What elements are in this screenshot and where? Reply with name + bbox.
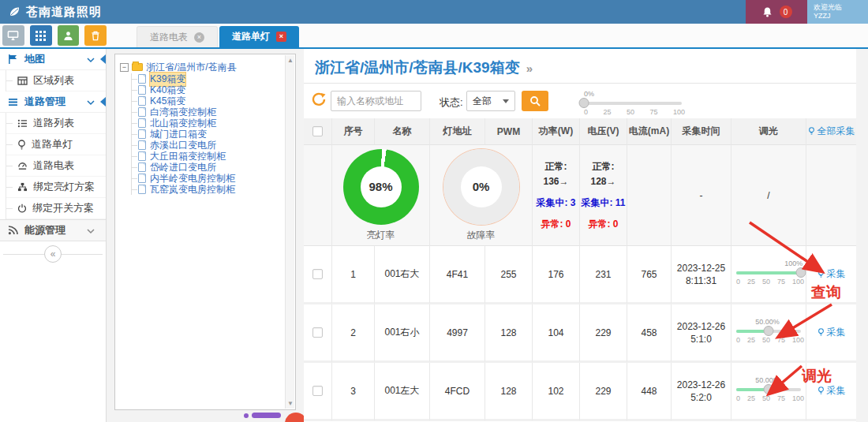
sidebar-collapse-row: « (0, 241, 106, 268)
master-dim-slider[interactable]: 0% 0255075100 (584, 90, 682, 117)
sidebar-item-road-list[interactable]: 道路列表 (6, 113, 106, 134)
slider-handle[interactable] (579, 98, 589, 108)
lightbulb-icon (817, 387, 825, 395)
cell-action: 采集 (806, 304, 856, 363)
apps-button[interactable] (30, 25, 52, 46)
cell-seq: 1 (332, 246, 375, 304)
user-button[interactable] (58, 25, 80, 46)
sidebar-item-label: 道路单灯 (32, 137, 73, 151)
collapse-button[interactable]: « (44, 245, 62, 263)
fault-rate-value: 0% (473, 180, 490, 193)
breadcrumb-arrow[interactable]: » (526, 62, 533, 75)
rss-icon (8, 226, 18, 235)
slider-handle[interactable] (764, 384, 774, 394)
chevron-down-icon (87, 54, 95, 65)
power-stats: 正常: 136→ 采集中: 3 异常: 0 (533, 145, 580, 246)
collect-all-button[interactable]: 全部采集 (808, 125, 855, 138)
slider-handle[interactable] (796, 267, 806, 278)
row-checkbox[interactable] (312, 269, 323, 279)
cell-address: 4F41 (430, 246, 485, 304)
tree-node[interactable]: 瓦窑岚变电房控制柜 (132, 184, 284, 195)
slider-ticks: 0255075100 (584, 108, 685, 116)
time-summary: - (672, 145, 731, 246)
grid-icon (36, 31, 46, 41)
col-voltage: 电压(V) (580, 118, 627, 145)
brand: 苍南道路照明 (0, 5, 102, 20)
tree-scrollbar[interactable]: ▲ ▼ (285, 55, 294, 409)
row-checkbox[interactable] (312, 327, 323, 338)
notification-area[interactable]: 0 (746, 0, 807, 24)
caret-down-icon (503, 99, 509, 103)
slider-value-label: 100% (784, 260, 803, 267)
search-input[interactable] (331, 91, 421, 111)
cell-seq: 3 (332, 363, 375, 421)
sidebar-item-energy-mgmt[interactable]: 能源管理 (0, 219, 106, 241)
file-icon (138, 140, 146, 150)
dim-slider[interactable]: 50.00% 0255075100 (736, 376, 801, 406)
slider-track[interactable] (584, 102, 682, 105)
slider-track[interactable] (736, 330, 801, 333)
slider-track[interactable] (736, 388, 801, 391)
slider-ticks: 0255075100 (736, 394, 804, 402)
refresh-icon[interactable] (312, 92, 326, 106)
cell-dim: 100% 0255075100 (731, 246, 806, 304)
sidebar-item-road-meter[interactable]: 道路电表 (6, 155, 106, 177)
road-subgroup: 道路列表 道路单灯 道路电表 绑定亮灯方案 绑定开关方案 (6, 113, 106, 219)
flag-icon (8, 54, 18, 65)
tab-road-meter[interactable]: 道路电表 × (137, 26, 218, 47)
cell-address: 4997 (430, 304, 485, 363)
sidebar-item-bind-switch-plan[interactable]: 绑定开关方案 (6, 198, 106, 219)
col-current: 电流(mA) (627, 118, 672, 145)
bars-icon (8, 98, 18, 106)
search-button[interactable] (522, 91, 548, 111)
table-header-row: 序号 名称 灯地址 PWM 功率(W) 电压(V) 电流(mA) 采集时间 调光… (304, 118, 856, 145)
sidebar-item-road-lamp[interactable]: 道路单灯 (6, 134, 106, 155)
cell-collect-time: 2023-12-26 5:2:0 (672, 363, 731, 421)
trash-button[interactable] (84, 25, 107, 46)
device-tree: − 浙江省/温州市/苍南县 K39箱变 K40箱变 K45箱变 白湾箱变控制柜 … (120, 61, 284, 406)
bell-icon[interactable] (761, 6, 773, 18)
leaf-icon (8, 6, 21, 18)
cell-pwm: 128 (485, 363, 533, 421)
tab-road-lamp[interactable]: 道路单灯 × (219, 26, 299, 47)
collect-button[interactable]: 采集 (817, 267, 846, 281)
slider-handle[interactable] (764, 326, 774, 336)
dim-slider[interactable]: 50.00% 0255075100 (736, 318, 801, 348)
collect-button[interactable]: 采集 (817, 326, 846, 339)
status-select[interactable]: 全部 (466, 91, 515, 111)
cell-power: 176 (533, 246, 580, 304)
mini-toolbar (0, 24, 107, 47)
collapse-expander-icon[interactable]: − (120, 63, 129, 72)
header-checkbox-cell (304, 118, 332, 145)
desktop-button[interactable] (2, 25, 24, 46)
file-icon (138, 96, 146, 106)
sidebar-item-label: 地图 (24, 52, 45, 66)
sidebar-item-map[interactable]: 地图 (0, 49, 106, 70)
summary-row: 98% 亮灯率 0% 故障率 正常: 136→ 采集中: 3 异常: 0 (304, 145, 856, 246)
cell-power: 104 (533, 304, 580, 363)
tab-close-icon[interactable]: × (194, 32, 204, 43)
sidebar-item-region-list[interactable]: 区域列表 (6, 70, 106, 91)
select-all-checkbox[interactable] (312, 126, 323, 136)
cell-action: 采集 (806, 363, 856, 421)
cell-voltage: 231 (580, 246, 627, 304)
person-icon (63, 31, 73, 41)
cell-voltage: 229 (580, 304, 627, 363)
sidebar-item-label: 能源管理 (24, 223, 65, 237)
slider-track[interactable] (736, 271, 801, 274)
sidebar-item-road-mgmt[interactable]: 道路管理 (0, 91, 106, 113)
tree-root-node[interactable]: − 浙江省/温州市/苍南县 (120, 61, 284, 73)
user-info[interactable]: 欢迎光临 YZZJ (807, 0, 868, 24)
scroll-down-icon[interactable]: ▼ (286, 400, 295, 407)
row-checkbox[interactable] (312, 386, 323, 396)
collect-button[interactable]: 采集 (817, 384, 846, 398)
dim-slider[interactable]: 100% 0255075100 (736, 260, 801, 289)
notification-badge: 0 (780, 6, 792, 18)
scroll-up-icon[interactable]: ▲ (286, 57, 295, 64)
lightbulb-icon (808, 127, 815, 136)
col-seq: 序号 (332, 118, 375, 145)
tab-close-icon[interactable]: × (276, 32, 286, 42)
sidebar-item-bind-light-plan[interactable]: 绑定亮灯方案 (6, 177, 106, 198)
meter-icon (17, 161, 28, 170)
table-row: 2 001右小 4997 128 104 229 458 2023-12-26 … (304, 304, 856, 363)
